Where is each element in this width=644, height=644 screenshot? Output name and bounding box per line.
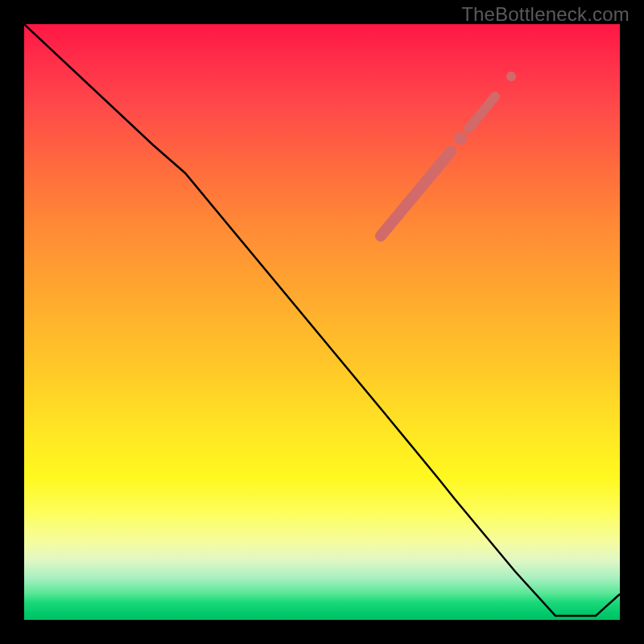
highlight-dot-1: [454, 132, 467, 145]
chart-svg: [24, 24, 620, 620]
highlight-group: [381, 72, 516, 236]
main-curve-line: [24, 24, 620, 616]
highlight-segment-1: [381, 151, 451, 236]
watermark-label: TheBottleneck.com: [461, 3, 630, 26]
highlight-dot-2: [506, 72, 516, 81]
chart-plot-area: [24, 24, 620, 620]
highlight-segment-2: [469, 97, 495, 129]
